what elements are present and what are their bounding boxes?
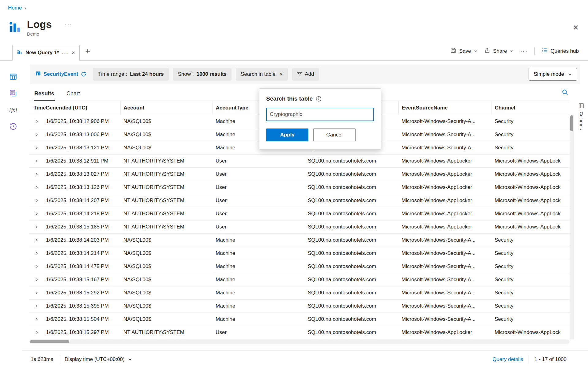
queries-hub-button[interactable]: Queries hub <box>541 47 579 55</box>
row-expand-chevron[interactable] <box>29 141 43 155</box>
info-icon[interactable] <box>316 96 322 102</box>
table-row[interactable]: 1/6/2025, 10:38:15.292 PMNA\SQL00$Machin… <box>29 286 570 300</box>
show-results-pill[interactable]: Show : 1000 results <box>173 68 232 81</box>
cell-account: NT AUTHORITY\SYSTEM <box>120 155 213 168</box>
sidebar-queries-button[interactable] <box>9 89 18 98</box>
tab-results[interactable]: Results <box>34 87 55 101</box>
simple-mode-dropdown[interactable]: Simple mode <box>529 68 577 81</box>
row-expand-chevron[interactable] <box>29 168 43 181</box>
row-expand-chevron[interactable] <box>29 181 43 194</box>
breadcrumb-home-link[interactable]: Home <box>8 5 22 11</box>
vertical-scrollbar[interactable] <box>570 115 574 339</box>
horizontal-scrollbar[interactable] <box>29 339 570 344</box>
row-expand-chevron[interactable] <box>29 313 43 326</box>
tab-close-button[interactable]: ✕ <box>72 50 75 55</box>
row-expand-chevron[interactable] <box>29 155 43 168</box>
refresh-icon[interactable] <box>81 71 86 77</box>
vertical-scrollbar-thumb[interactable] <box>570 115 573 131</box>
cell-time: 1/6/2025, 10:38:15.297 PM <box>43 326 120 339</box>
table-row[interactable]: 1/6/2025, 10:38:15.504 PMNA\SQL00$Machin… <box>29 313 570 326</box>
row-expand-chevron[interactable] <box>29 247 43 260</box>
table-row[interactable]: 1/6/2025, 10:38:14.207 PMNT AUTHORITY\SY… <box>29 194 570 207</box>
time-range-pill[interactable]: Time range : Last 24 hours <box>93 68 168 81</box>
query-tab[interactable]: New Query 1* ··· ✕ <box>12 45 80 61</box>
columns-label[interactable]: Columns <box>579 112 584 130</box>
table-row[interactable]: 1/6/2025, 10:38:13.126 PMNT AUTHORITY\SY… <box>29 181 570 194</box>
apply-button[interactable]: Apply <box>266 128 308 141</box>
close-icon[interactable]: ✕ <box>573 24 579 32</box>
cell-event-source: Microsoft-Windows-Security-A... <box>398 115 492 128</box>
cell-computer: SQL00.na.contosohotels.com <box>305 286 398 300</box>
cell-channel: Security <box>492 300 570 313</box>
row-expand-chevron[interactable] <box>29 326 43 339</box>
tabbar-commands: Save Share ··· Queries hub <box>450 47 579 55</box>
table-row[interactable]: 1/6/2025, 10:38:14.214 PMNA\SQL00$Machin… <box>29 247 570 260</box>
cell-time: 1/6/2025, 10:38:15.504 PM <box>43 313 120 326</box>
share-button[interactable]: Share <box>484 47 513 55</box>
tabbar-more-button[interactable]: ··· <box>520 48 528 55</box>
cell-account: NA\SQL00$ <box>120 128 213 141</box>
row-expand-chevron[interactable] <box>29 128 43 141</box>
divider <box>59 355 59 363</box>
new-tab-button[interactable]: + <box>85 47 90 56</box>
table-row[interactable]: 1/6/2025, 10:38:12.911 PMNT AUTHORITY\SY… <box>29 155 570 168</box>
search-table-input[interactable] <box>266 108 374 121</box>
cell-computer: SQL00.na.contosohotels.com <box>305 220 398 234</box>
table-row[interactable]: 1/6/2025, 10:38:15.167 PMNA\SQL00$Machin… <box>29 273 570 286</box>
row-expand-chevron[interactable] <box>29 273 43 286</box>
tab-chart[interactable]: Chart <box>66 87 81 101</box>
row-expand-chevron[interactable] <box>29 207 43 220</box>
cell-time: 1/6/2025, 10:38:14.218 PM <box>43 207 120 220</box>
row-expand-chevron[interactable] <box>29 234 43 247</box>
columns-icon[interactable] <box>579 103 584 109</box>
cell-event-source: Microsoft-Windows-AppLocker <box>398 168 492 181</box>
row-expand-chevron[interactable] <box>29 300 43 313</box>
cell-channel: Security <box>492 273 570 286</box>
cell-event-source: Microsoft-Windows-AppLocker <box>398 194 492 207</box>
sidebar-tables-button[interactable] <box>9 72 18 82</box>
header-more-button[interactable]: ··· <box>65 21 72 28</box>
cancel-button[interactable]: Cancel <box>313 128 356 141</box>
cell-event-source: Microsoft-Windows-Security-A... <box>398 300 492 313</box>
row-expand-chevron[interactable] <box>29 220 43 234</box>
table-row[interactable]: 1/6/2025, 10:38:14.475 PMNA\SQL00$Machin… <box>29 260 570 273</box>
search-icon[interactable] <box>562 89 568 96</box>
query-tabbar: New Query 1* ··· ✕ + Save Share <box>0 42 588 61</box>
result-range: 1 - 17 of 1000 <box>534 356 567 362</box>
display-time-dropdown[interactable]: Display time (UTC+00:00) <box>65 356 132 362</box>
column-header-timegenerated[interactable]: TimeGenerated [UTC] <box>29 101 120 115</box>
search-in-table-pill[interactable]: Search in table ✕ <box>236 68 288 81</box>
query-details-link[interactable]: Query details <box>492 356 523 362</box>
table-row[interactable]: 1/6/2025, 10:38:15.395 PMNA\SQL00$Machin… <box>29 300 570 313</box>
column-header-eventsourcename[interactable]: EventSourceName <box>398 101 492 115</box>
add-filter-pill[interactable]: Add <box>292 68 319 81</box>
row-expand-chevron[interactable] <box>29 286 43 300</box>
cell-computer: SQL00.na.contosohotels.com <box>305 194 398 207</box>
table-row[interactable]: 1/6/2025, 10:38:14.203 PMNA\SQL00$Machin… <box>29 234 570 247</box>
save-button[interactable]: Save <box>450 47 477 55</box>
cell-computer: SQL00.na.contosohotels.com <box>305 181 398 194</box>
table-row[interactable]: 1/6/2025, 10:38:13.027 PMNT AUTHORITY\SY… <box>29 168 570 181</box>
row-expand-chevron[interactable] <box>29 115 43 128</box>
cell-event-source: Microsoft-Windows-AppLocker <box>398 155 492 168</box>
table-row[interactable]: 1/6/2025, 10:38:15.185 PMNT AUTHORITY\SY… <box>29 220 570 234</box>
table-row[interactable]: 1/6/2025, 10:38:14.218 PMNT AUTHORITY\SY… <box>29 207 570 220</box>
horizontal-scrollbar-thumb[interactable] <box>30 340 69 343</box>
save-icon <box>450 47 456 55</box>
functions-icon: {fx} <box>9 107 17 113</box>
remove-filter-icon[interactable]: ✕ <box>279 72 283 77</box>
sidebar-functions-button[interactable]: {fx} <box>9 105 18 115</box>
cell-account: NT AUTHORITY\SYSTEM <box>120 181 213 194</box>
logs-app-icon <box>8 21 22 35</box>
row-expand-chevron[interactable] <box>29 260 43 273</box>
column-header-account[interactable]: Account <box>120 101 213 115</box>
sidebar-history-button[interactable] <box>9 122 18 131</box>
column-header-channel[interactable]: Channel <box>492 101 570 115</box>
row-expand-chevron[interactable] <box>29 194 43 207</box>
table-selector[interactable]: SecurityEvent <box>33 71 89 78</box>
tab-more-button[interactable]: ··· <box>62 50 69 56</box>
table-row[interactable]: 1/6/2025, 10:38:15.297 PMNT AUTHORITY\SY… <box>29 326 570 339</box>
cell-computer: SQL00.na.contosohotels.com <box>305 260 398 273</box>
queries-hub-label: Queries hub <box>550 48 579 54</box>
cell-event-source: Microsoft-Windows-Security-A... <box>398 128 492 141</box>
